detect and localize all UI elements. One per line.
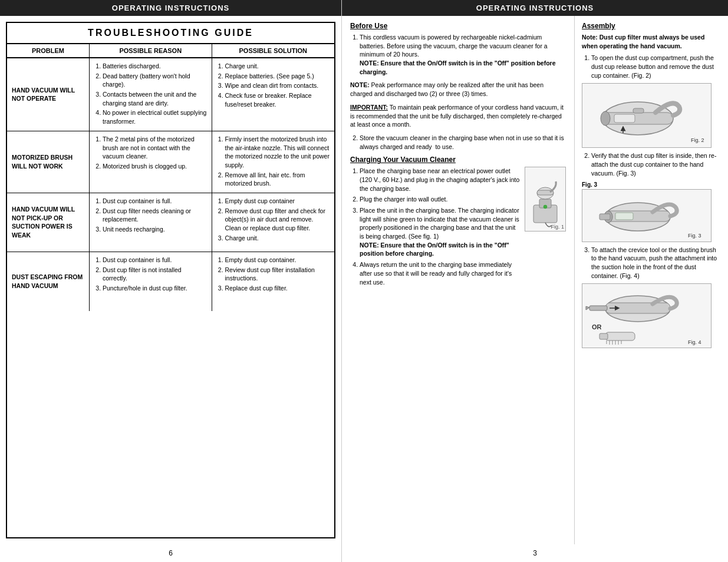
fig3-svg: Fig. 3	[585, 190, 709, 240]
list-item: Motorized brush is clogged up.	[103, 162, 207, 171]
charging-section: Charging Your Vacuum Cleaner Place the c…	[350, 156, 566, 291]
solution-cell-4: Empty dust cup container. Review dust cu…	[212, 252, 335, 311]
reason-cell-1: Batteries discharged. Dead battery (batt…	[90, 58, 212, 131]
problem-cell-2: MOTORIZED BRUSH WILL NOT WORK	[7, 131, 90, 193]
col-solution: POSSIBLE SOLUTION	[212, 44, 335, 57]
assembly-step3: To attach the crevice tool or the dustin…	[582, 246, 721, 280]
assembly-title: Assembly	[582, 22, 721, 30]
list-item: Replace batteries. (See page 5.)	[225, 72, 330, 81]
left-panel: OPERATING INSTRUCTIONS TROUBLESHOOTING G…	[0, 0, 342, 562]
reason-cell-4: Dust cup container is full. Dust cup fil…	[90, 252, 212, 311]
list-item: Charge unit.	[225, 234, 330, 243]
right-header: OPERATING INSTRUCTIONS	[342, 0, 728, 16]
assembly-steps: To open the dust cup compartment, push t…	[582, 54, 721, 80]
assembly-step2: Verify that the dust cup filter is insid…	[582, 151, 721, 177]
before-use-section: Before Use This cordless vacuum is power…	[350, 22, 566, 151]
fig3-label: Fig. 3	[582, 181, 721, 188]
assembly-note: Note: Dust cup filter must always be use…	[582, 33, 721, 50]
charging-content: Place the charging base near an electric…	[350, 167, 566, 291]
list-item: Contacts between the unit and the chargi…	[103, 90, 207, 107]
fig3-container: Fig. 3	[582, 181, 721, 242]
problem-cell-3: HAND VACUUM WILL NOT PICK-UP OR SUCTION …	[7, 193, 90, 252]
list-item: Always return the unit to the charging b…	[360, 260, 520, 286]
svg-rect-15	[599, 214, 610, 220]
svg-text:Fig. 4: Fig. 4	[688, 339, 701, 345]
list-item: Review dust cup filter installation inst…	[225, 266, 330, 283]
table-row: HAND VACUUM WILL NOT PICK-UP OR SUCTION …	[7, 193, 334, 252]
list-item: Puncture/hole in dust cup filter.	[103, 284, 207, 293]
fig1-label: Fig. 1	[551, 224, 564, 230]
list-item: Empty dust cup container.	[225, 256, 330, 265]
svg-rect-22	[599, 333, 608, 339]
list-item: Place the unit in the charging base. The…	[360, 206, 520, 258]
list-item: Check fuse or breaker. Replace fuse/rese…	[225, 91, 330, 108]
list-item: Remove all lint, hair etc. from motorize…	[225, 171, 330, 188]
list-item: To attach the crevice tool or the dustin…	[591, 246, 721, 280]
important-box: IMPORTANT: To maintain peak performance …	[350, 103, 566, 129]
fig1-image: Fig. 1	[525, 167, 566, 232]
list-item: Dust cup filter is not installed correct…	[103, 266, 207, 283]
list-item: Dust cup container is full.	[103, 197, 207, 206]
right-page-number: 3	[342, 544, 728, 562]
svg-text:OR: OR	[592, 323, 602, 330]
charging-title: Charging Your Vacuum Cleaner	[350, 156, 566, 164]
list-item: Firmly insert the motorized brush into t…	[225, 135, 330, 170]
right-content: Before Use This cordless vacuum is power…	[342, 16, 728, 544]
left-header: OPERATING INSTRUCTIONS	[0, 0, 341, 16]
fig2-svg: Fig. 2	[585, 86, 709, 145]
list-item: Unit needs recharging.	[103, 225, 207, 234]
solution-cell-3: Empty dust cup container Remove dust cup…	[212, 193, 335, 252]
col-reason: POSSIBLE REASON	[90, 44, 212, 57]
note-box: NOTE: Peak performance may only be reali…	[350, 81, 566, 98]
list-item: Dust cup filter needs cleaning or replac…	[103, 207, 207, 224]
svg-rect-13	[615, 213, 633, 220]
solution-cell-2: Firmly insert the motorized brush into t…	[212, 131, 335, 193]
note-bold-text: NOTE: Ensure that the On/Off switch is i…	[360, 59, 556, 75]
fig4-container: OR Fig. 4	[582, 283, 721, 348]
list-item: Batteries discharged.	[103, 62, 207, 71]
reason-cell-3: Dust cup container is full. Dust cup fil…	[90, 193, 212, 252]
svg-point-9	[601, 111, 610, 125]
list-item: No power in electrical outlet supplying …	[103, 108, 207, 125]
list-item: Plug the charger into wall outlet.	[360, 195, 520, 204]
before-use-title: Before Use	[350, 22, 566, 30]
svg-rect-8	[633, 108, 644, 113]
col-problem: PROBLEM	[7, 44, 90, 57]
table-row: DUST ESCAPING FROM HAND VACUUM Dust cup …	[7, 252, 334, 311]
table-row: MOTORIZED BRUSH WILL NOT WORK The 2 meta…	[7, 131, 334, 193]
list-item: Store the vacuum cleaner in the charging…	[360, 134, 566, 151]
list-item: The 2 metal pins of the motorized brush …	[103, 135, 207, 161]
table-header-row: PROBLEM POSSIBLE REASON POSSIBLE SOLUTIO…	[7, 44, 334, 58]
list-item: Dead battery (battery won't hold charge)…	[103, 72, 207, 89]
list-item: Charge unit.	[225, 62, 330, 71]
list-item: Wipe and clean dirt from contacts.	[225, 81, 330, 90]
right-main-content: Before Use This cordless vacuum is power…	[342, 16, 575, 544]
table-row: HAND VACUUM WILL NOT OPERATE Batteries d…	[7, 58, 334, 131]
troubleshoot-table: TROUBLESHOOTING GUIDE PROBLEM POSSIBLE R…	[6, 22, 335, 538]
list-item: Dust cup container is full.	[103, 256, 207, 265]
left-page-number: 6	[0, 544, 341, 562]
charging-base-svg	[528, 170, 563, 229]
svg-text:Fig. 2: Fig. 2	[691, 137, 704, 143]
list-item: Replace dust cup filter.	[225, 284, 330, 293]
list-item: This cordless vacuum is powered by recha…	[360, 33, 566, 76]
solution-cell-1: Charge unit. Replace batteries. (See pag…	[212, 58, 335, 131]
problem-cell-4: DUST ESCAPING FROM HAND VACUUM	[7, 252, 90, 311]
list-item: Verify that the dust cup filter is insid…	[591, 151, 721, 177]
svg-rect-21	[605, 332, 635, 340]
list-item: Empty dust cup container	[225, 197, 330, 206]
troubleshoot-title: TROUBLESHOOTING GUIDE	[7, 23, 334, 44]
reason-cell-2: The 2 metal pins of the motorized brush …	[90, 131, 212, 193]
svg-text:Fig. 3: Fig. 3	[688, 233, 701, 239]
charging-note-bold: NOTE: Ensure that the On/Off switch is i…	[360, 242, 509, 257]
list-item: Place the charging base near an electric…	[360, 167, 520, 193]
svg-rect-6	[602, 113, 673, 124]
problem-cell-1: HAND VACUUM WILL NOT OPERATE	[7, 58, 90, 131]
svg-rect-19	[589, 306, 607, 310]
right-panel: OPERATING INSTRUCTIONS Before Use This c…	[342, 0, 728, 562]
fig4-svg: OR Fig. 4	[585, 285, 709, 347]
fig2-container: Fig. 2	[582, 83, 721, 148]
charging-text: Place the charging base near an electric…	[350, 167, 520, 291]
list-item: To open the dust cup compartment, push t…	[591, 54, 721, 80]
svg-rect-7	[614, 114, 635, 123]
